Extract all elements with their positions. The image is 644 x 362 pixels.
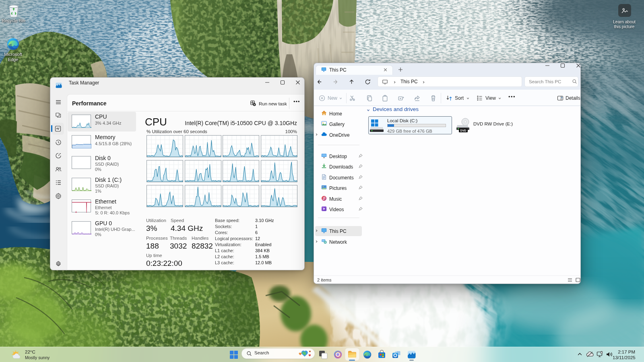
svg-text:DVD: DVD	[460, 129, 466, 132]
